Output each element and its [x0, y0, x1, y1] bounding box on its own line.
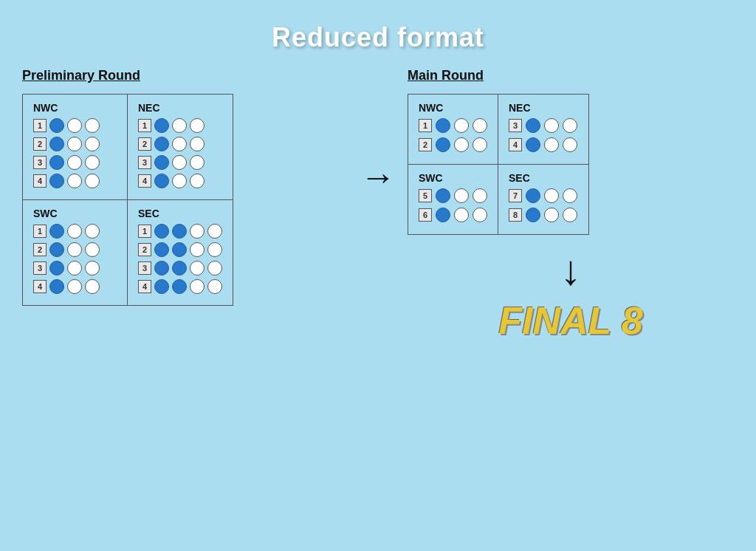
team-num: 5 [419, 189, 432, 202]
circle-empty [67, 174, 82, 188]
prelim-nwc: NWC 1 2 3 [23, 95, 128, 200]
main-title: Main Round [408, 68, 734, 83]
preliminary-grid: NWC 1 2 3 [22, 94, 233, 306]
team-num: 2 [33, 137, 47, 151]
table-row: 2 [33, 137, 117, 151]
table-row: 1 [33, 224, 117, 239]
circle-empty [85, 224, 100, 239]
prelim-nec: NEC 1 2 3 [128, 95, 233, 200]
prelim-swc: SWC 1 2 3 [23, 200, 128, 305]
circle-empty [544, 118, 559, 133]
team-num: 1 [138, 225, 151, 238]
table-row: 4 [33, 279, 117, 294]
team-num: 1 [33, 119, 47, 132]
team-num: 2 [419, 138, 432, 151]
table-row: 3 [33, 155, 117, 170]
circle-empty [190, 118, 205, 133]
main-sec: SEC 7 8 [498, 165, 588, 234]
team-num: 4 [33, 280, 47, 293]
table-row: 4 [138, 174, 222, 188]
table-row: 7 [509, 188, 578, 203]
circle-filled [172, 261, 187, 276]
table-row: 1 [33, 118, 117, 133]
circle-filled [154, 155, 169, 170]
circle-empty [544, 208, 559, 222]
circle-filled [49, 279, 64, 294]
table-row: 3 [509, 118, 578, 133]
table-row: 4 [138, 279, 222, 294]
table-row: 3 [138, 261, 222, 276]
main-swc: SWC 5 6 [408, 165, 498, 234]
team-num: 2 [138, 243, 151, 256]
circle-filled [526, 137, 540, 152]
circle-filled [49, 261, 64, 276]
arrow-down-section: ↓ [408, 250, 734, 291]
main-grid: NWC 1 2 NEC 3 [408, 94, 589, 235]
circle-empty [207, 261, 222, 276]
table-row: 4 [33, 174, 117, 188]
circle-empty [67, 224, 82, 239]
circle-empty [85, 242, 100, 257]
circle-empty [85, 261, 100, 276]
circle-filled [526, 188, 540, 203]
main-nwc: NWC 1 2 [408, 95, 498, 165]
team-num: 8 [509, 208, 522, 222]
circle-empty [472, 208, 487, 222]
circle-filled [49, 224, 64, 239]
circle-empty [190, 137, 205, 151]
table-row: 1 [419, 118, 487, 133]
circle-filled [436, 208, 450, 222]
circle-empty [172, 137, 187, 151]
circle-empty [563, 137, 577, 152]
main-swc-label: SWC [419, 172, 487, 184]
circle-empty [544, 188, 559, 203]
prelim-nec-label: NEC [138, 102, 222, 114]
arrow-right-icon: → [360, 157, 396, 197]
circle-empty [454, 137, 469, 152]
team-num: 2 [33, 243, 47, 256]
circle-empty [85, 137, 100, 151]
circle-empty [190, 224, 205, 239]
table-row: 2 [138, 137, 222, 151]
circle-empty [172, 155, 187, 170]
prelim-swc-label: SWC [33, 208, 117, 219]
page-title: Reduced format [0, 0, 756, 53]
table-row: 2 [419, 137, 487, 152]
team-num: 1 [138, 119, 151, 132]
circle-filled [49, 137, 64, 151]
circle-empty [454, 208, 469, 222]
circle-empty [67, 242, 82, 257]
table-row: 8 [509, 208, 578, 222]
circle-empty [563, 208, 577, 222]
circle-empty [207, 279, 222, 294]
circle-empty [85, 279, 100, 294]
main-nec-label: NEC [509, 102, 578, 114]
team-num: 7 [509, 189, 522, 202]
circle-filled [436, 137, 450, 152]
main-nwc-label: NWC [419, 102, 487, 114]
table-row: 5 [419, 188, 487, 203]
circle-empty [472, 118, 487, 133]
circle-empty [544, 137, 559, 152]
team-num: 1 [33, 225, 47, 238]
prelim-nwc-label: NWC [33, 102, 117, 114]
circle-empty [85, 118, 100, 133]
circle-filled [436, 188, 450, 203]
circle-filled [172, 224, 187, 239]
circle-empty [207, 224, 222, 239]
team-num: 1 [419, 119, 432, 132]
circle-empty [563, 118, 577, 133]
table-row: 3 [33, 261, 117, 276]
team-num: 3 [138, 156, 151, 169]
circle-filled [49, 174, 64, 188]
circle-empty [172, 174, 187, 188]
circle-empty [85, 155, 100, 170]
main-sec-label: SEC [509, 172, 578, 184]
circle-filled [154, 118, 169, 133]
table-row: 1 [138, 224, 222, 239]
circle-empty [207, 242, 222, 257]
preliminary-title: Preliminary Round [22, 68, 348, 83]
circle-empty [67, 137, 82, 151]
circle-empty [67, 279, 82, 294]
team-num: 4 [33, 174, 47, 188]
